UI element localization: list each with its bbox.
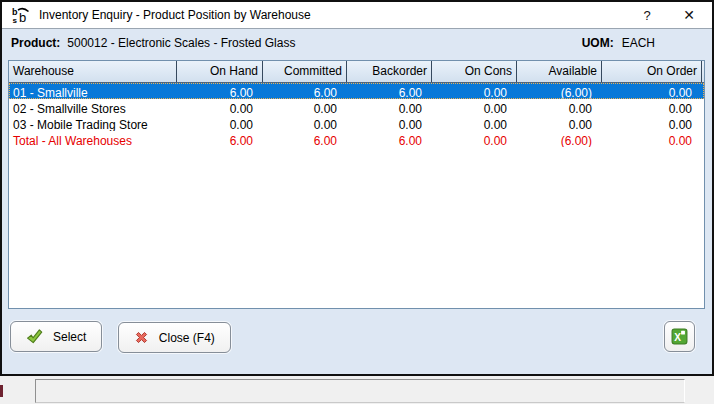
uom-label: UOM: [582, 36, 614, 50]
column-header-warehouse[interactable]: Warehouse [9, 61, 176, 82]
window-close-button[interactable]: ✕ [678, 7, 700, 23]
export-excel-button[interactable]: X [664, 321, 695, 352]
warehouse-table: Warehouse On Hand Committed Backorder On… [8, 60, 705, 309]
warehouse-cell: Total - All Warehouses [9, 131, 176, 147]
column-header-on-hand[interactable]: On Hand [176, 61, 262, 82]
available-cell: (6.00) [516, 83, 601, 99]
on-order-cell: 0.00 [601, 131, 701, 147]
committed-cell: 0.00 [262, 115, 346, 131]
close-button[interactable]: Close (F4) [118, 322, 231, 353]
available-cell: 0.00 [516, 115, 601, 131]
column-header-committed[interactable]: Committed [262, 61, 346, 82]
backorder-cell: 6.00 [346, 131, 431, 147]
table-row[interactable]: 02 - Smallville Stores 0.00 0.00 0.00 0.… [9, 99, 704, 115]
excel-export-icon: X [671, 328, 688, 345]
column-header-on-order[interactable]: On Order [601, 61, 701, 82]
on-cons-cell: 0.00 [431, 131, 516, 147]
red-x-icon [134, 330, 149, 345]
titlebar: b s b Inventory Enquiry - Product Positi… [2, 2, 712, 29]
committed-cell: 0.00 [262, 99, 346, 115]
window-title: Inventory Enquiry - Product Position by … [39, 8, 311, 22]
column-header-on-cons[interactable]: On Cons [431, 61, 516, 82]
green-check-icon [26, 328, 43, 345]
backorder-cell: 0.00 [346, 99, 431, 115]
available-cell: 0.00 [516, 99, 601, 115]
committed-cell: 6.00 [262, 131, 346, 147]
select-button-label: Select [53, 330, 86, 344]
column-header-filler [701, 61, 704, 82]
committed-cell: 6.00 [262, 83, 346, 99]
bsb-logo-icon: b s b [12, 6, 30, 24]
parent-status-bar [0, 376, 714, 404]
on-cons-cell: 0.00 [431, 99, 516, 115]
warehouse-cell: 01 - Smallville [9, 83, 176, 99]
svg-text:b: b [19, 10, 26, 25]
svg-text:X: X [674, 332, 681, 343]
product-label: Product: [11, 36, 60, 50]
table-row-total[interactable]: Total - All Warehouses 6.00 6.00 6.00 0.… [9, 131, 704, 147]
table-header-row: Warehouse On Hand Committed Backorder On… [9, 61, 704, 83]
help-button[interactable]: ? [636, 8, 658, 23]
product-bar: Product: 500012 - Electronic Scales - Fr… [2, 29, 712, 56]
warehouse-cell: 02 - Smallville Stores [9, 99, 176, 115]
svg-text:s: s [13, 16, 18, 25]
background-window-sliver [0, 385, 3, 397]
close-button-label: Close (F4) [159, 331, 215, 345]
on-hand-cell: 6.00 [176, 83, 262, 99]
on-hand-cell: 6.00 [176, 131, 262, 147]
on-cons-cell: 0.00 [431, 115, 516, 131]
on-hand-cell: 0.00 [176, 115, 262, 131]
status-message-field [35, 379, 685, 403]
on-order-cell: 0.00 [601, 99, 701, 115]
warehouse-cell: 03 - Mobile Trading Store [9, 115, 176, 131]
on-order-cell: 0.00 [601, 83, 701, 99]
select-button[interactable]: Select [10, 321, 102, 352]
uom-value: EACH [622, 36, 655, 50]
available-cell: (6.00) [516, 131, 601, 147]
screen: b s b Inventory Enquiry - Product Positi… [0, 0, 714, 404]
backorder-cell: 6.00 [346, 83, 431, 99]
on-hand-cell: 0.00 [176, 99, 262, 115]
inventory-enquiry-dialog: b s b Inventory Enquiry - Product Positi… [0, 0, 714, 376]
on-cons-cell: 0.00 [431, 83, 516, 99]
on-order-cell: 0.00 [601, 115, 701, 131]
table-row[interactable]: 01 - Smallville 6.00 6.00 6.00 0.00 (6.0… [9, 83, 704, 99]
column-header-available[interactable]: Available [516, 61, 601, 82]
button-row: Select Close (F4) X [10, 321, 704, 354]
backorder-cell: 0.00 [346, 115, 431, 131]
product-value: 500012 - Electronic Scales - Frosted Gla… [67, 36, 295, 50]
column-header-backorder[interactable]: Backorder [346, 61, 431, 82]
table-row[interactable]: 03 - Mobile Trading Store 0.00 0.00 0.00… [9, 115, 704, 131]
